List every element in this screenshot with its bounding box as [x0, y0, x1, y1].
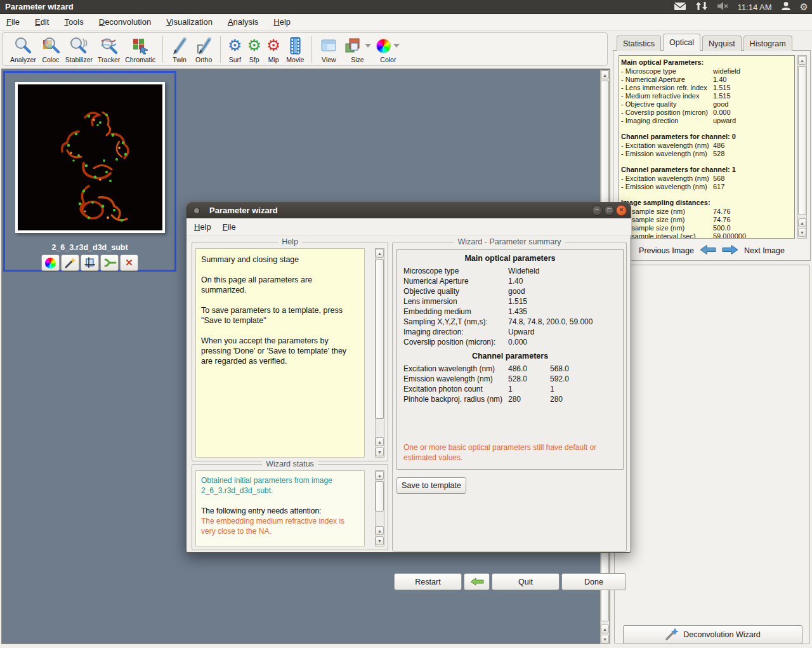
scroll-down-button[interactable]: ▼	[376, 536, 384, 545]
restart-button[interactable]: Restart	[394, 573, 462, 590]
network-traffic-icon[interactable]	[695, 1, 708, 13]
menu-item[interactable]: Edit	[35, 17, 49, 27]
optical-row: - Medium refractive index1.515	[621, 92, 793, 100]
tab-statistics[interactable]: Statistics	[617, 36, 661, 51]
session-gear-icon[interactable]: ⚙	[800, 1, 808, 13]
optical-section-sampling: Image sampling distances: - X sample siz…	[621, 199, 793, 239]
summary-row: Objective qualitygood	[403, 286, 623, 296]
dialog-menubar: Help File	[187, 218, 631, 235]
optical-row: - Objective qualitygood	[621, 100, 793, 109]
dialog-titlebar[interactable]: Parameter wizard − □ ×	[187, 202, 631, 218]
toolbar-chromatic-button[interactable]: Chromatic	[122, 35, 158, 64]
toolbar-mip-button[interactable]: ⚙ Mip	[264, 35, 283, 64]
window-title: Parameter wizard	[0, 2, 74, 11]
quit-button[interactable]: Quit	[492, 573, 560, 590]
back-button[interactable]	[464, 573, 490, 590]
selected-image-thumbnail[interactable]: 2_6_3.r3d_d3d_subt ✕	[3, 71, 176, 272]
scroll-thumb[interactable]	[376, 259, 384, 419]
tab-nyquist[interactable]: Nyquist	[702, 36, 742, 51]
scroll-down-button[interactable]: ▼	[601, 635, 609, 644]
scroll-up-button[interactable]: ▲	[376, 471, 384, 480]
scroll-up-button[interactable]: ▲	[798, 56, 806, 65]
toolbar-tracker-button[interactable]: Tracker	[95, 35, 122, 64]
thumbnail-color-button[interactable]	[41, 255, 60, 271]
scroll-up-button[interactable]: ▲	[798, 218, 806, 227]
mail-icon[interactable]	[674, 1, 686, 13]
toolbar-sfp-button[interactable]: ⚙ Sfp	[245, 35, 264, 64]
menu-item[interactable]: Help	[273, 17, 291, 27]
magnifier-icon	[13, 36, 32, 56]
magic-wand-icon	[64, 256, 77, 269]
menu-item[interactable]: Deconvolution	[99, 17, 151, 27]
summary-row: Sampling X,Y,Z,T (nm,s):74.8, 74.8, 200.…	[403, 317, 623, 327]
volume-muted-icon[interactable]	[717, 1, 729, 13]
menu-item[interactable]: File	[6, 17, 20, 27]
summary-channel-row: Excitation wavelength (nm)486.0568.0	[403, 364, 623, 374]
toolbar-separator	[220, 36, 221, 63]
user-icon[interactable]	[781, 1, 791, 13]
scroll-down-button[interactable]: ▼	[376, 447, 384, 456]
toolbar-color-button[interactable]: Color	[374, 35, 402, 64]
summary-channel-row: Emission wavelength (nm)528.0592.0	[403, 374, 623, 384]
toolbar-ortho-button[interactable]: Ortho	[192, 35, 216, 64]
scroll-up-button[interactable]: ▲	[376, 249, 384, 258]
next-image-button[interactable]	[722, 244, 738, 257]
scroll-thumb[interactable]	[376, 481, 384, 512]
optical-row: - Z sample size (nm)500.0	[621, 224, 793, 232]
status-warning: The embedding medium refractive index is…	[201, 516, 359, 536]
help-scrollbar: ▲ ▲ ▼	[375, 248, 384, 458]
previous-image-button[interactable]	[700, 244, 716, 257]
thumbnail-crop-button[interactable]	[81, 255, 99, 271]
optical-row: - Numerical Aperture1.40	[621, 76, 793, 84]
status-attention: The following entry needs attention:	[201, 506, 359, 516]
scroll-up-button[interactable]: ▲	[376, 526, 384, 535]
toolbar-coloc-button[interactable]: Coloc	[39, 35, 63, 64]
menu-item[interactable]: Tools	[64, 17, 83, 27]
size-dropdown-arrow[interactable]	[365, 44, 371, 48]
thumbnail-split-button[interactable]	[100, 255, 119, 271]
tab-optical[interactable]: Optical	[663, 34, 700, 51]
scroll-up-button[interactable]: ▲	[601, 70, 609, 79]
toolbar-stabilizer-button[interactable]: Stabilizer	[63, 35, 95, 64]
close-button[interactable]: ×	[616, 205, 627, 216]
menu-item[interactable]: Visualization	[166, 17, 213, 27]
done-button[interactable]: Done	[561, 573, 626, 590]
toolbar-view-button[interactable]: View	[317, 35, 341, 64]
summary-channel-row: Pinhole backproj. radius (nm)280280	[403, 394, 623, 404]
delete-x-icon: ✕	[125, 257, 133, 268]
toolbar-movie-button[interactable]: Movie	[283, 35, 307, 64]
toolbar-twin-button[interactable]: Twin	[167, 35, 192, 64]
color-dropdown-arrow[interactable]	[393, 44, 400, 48]
clock[interactable]: 11:14 AM	[738, 3, 772, 12]
optical-section-channel1: Channel parameters for channel: 1 - Exci…	[621, 166, 793, 191]
parameter-summary-panel: Main optical parameters Microscope typeW…	[396, 249, 624, 470]
thumbnail-wizard-button[interactable]	[61, 255, 79, 271]
scroll-down-button[interactable]: ▼	[798, 228, 806, 237]
scroll-up-button[interactable]: ▲	[376, 437, 384, 446]
deconvolution-wizard-button[interactable]: Deconvolution Wizard	[623, 625, 802, 644]
colorwheel-icon	[45, 258, 56, 268]
toolbar-separator	[162, 36, 163, 63]
system-tray: 11:14 AM ⚙	[674, 0, 808, 14]
dialog-menu-help[interactable]: Help	[194, 222, 211, 232]
dialog-menu-file[interactable]: File	[223, 222, 236, 232]
wand-icon	[665, 627, 679, 643]
summary-channel-row: Excitation photon count11	[403, 384, 623, 394]
view-window-icon	[319, 36, 338, 56]
scroll-thumb[interactable]	[798, 66, 806, 215]
scroll-up-button[interactable]: ▲	[601, 625, 609, 633]
parameter-summary-groupbox: Wizard - Parameter summary Main optical …	[392, 242, 627, 552]
tab-histogram[interactable]: Histogram	[743, 36, 792, 51]
thumbnail-delete-button[interactable]: ✕	[120, 255, 138, 271]
toolbar-analyzer-button[interactable]: Analyzer	[8, 35, 39, 64]
minimize-button[interactable]: −	[592, 205, 603, 216]
summary-channel-heading: Channel parameters	[397, 352, 623, 360]
save-to-template-button[interactable]: Save to template	[396, 477, 466, 494]
toolbar-surf-button[interactable]: ⚙ Surf	[225, 35, 244, 64]
microscopy-thumbnail-image[interactable]	[15, 82, 165, 233]
optical-row: - Imaging directionupward	[621, 117, 793, 125]
toolbar-size-button[interactable]: Size	[341, 35, 374, 64]
maximize-button[interactable]: □	[604, 205, 615, 216]
help-paragraph: Summary and closing stage	[201, 255, 359, 265]
menu-item[interactable]: Analysis	[228, 17, 258, 27]
